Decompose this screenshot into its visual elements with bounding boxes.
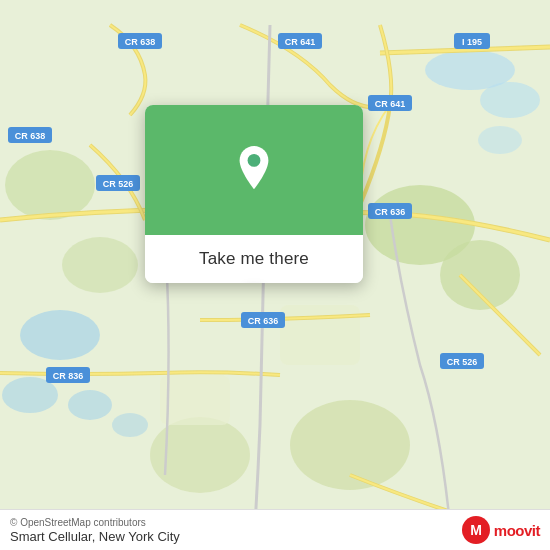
svg-rect-14 <box>280 305 360 365</box>
svg-text:M: M <box>470 522 482 538</box>
svg-point-1 <box>20 310 100 360</box>
svg-text:I 195: I 195 <box>462 37 482 47</box>
svg-point-7 <box>478 126 522 154</box>
svg-point-40 <box>248 154 261 167</box>
svg-point-13 <box>62 237 138 293</box>
attribution-text: © OpenStreetMap contributors <box>10 517 180 528</box>
bottom-left-info: © OpenStreetMap contributors Smart Cellu… <box>10 517 180 544</box>
popup-map-preview <box>145 105 363 235</box>
svg-text:CR 526: CR 526 <box>447 357 478 367</box>
svg-text:CR 638: CR 638 <box>125 37 156 47</box>
svg-point-12 <box>5 150 95 220</box>
moovit-logo: M moovit <box>462 516 540 544</box>
location-label: Smart Cellular, New York City <box>10 529 180 544</box>
moovit-text: moovit <box>494 522 540 539</box>
svg-text:CR 636: CR 636 <box>375 207 406 217</box>
take-me-there-button[interactable]: Take me there <box>145 235 363 283</box>
bottom-bar: © OpenStreetMap contributors Smart Cellu… <box>0 509 550 550</box>
svg-text:CR 836: CR 836 <box>53 371 84 381</box>
moovit-icon: M <box>462 516 490 544</box>
svg-text:CR 636: CR 636 <box>248 316 279 326</box>
location-pin-icon <box>230 146 278 194</box>
svg-text:CR 641: CR 641 <box>285 37 316 47</box>
svg-text:CR 526: CR 526 <box>103 179 134 189</box>
svg-text:CR 638: CR 638 <box>15 131 46 141</box>
svg-point-6 <box>480 82 540 118</box>
svg-point-4 <box>112 413 148 437</box>
location-popup: Take me there <box>145 105 363 283</box>
map-container: CR 638 CR 641 I 195 CR 638 CR 641 CR 526… <box>0 0 550 550</box>
svg-point-9 <box>440 240 520 310</box>
svg-point-3 <box>68 390 112 420</box>
svg-text:CR 641: CR 641 <box>375 99 406 109</box>
svg-rect-15 <box>160 375 230 425</box>
